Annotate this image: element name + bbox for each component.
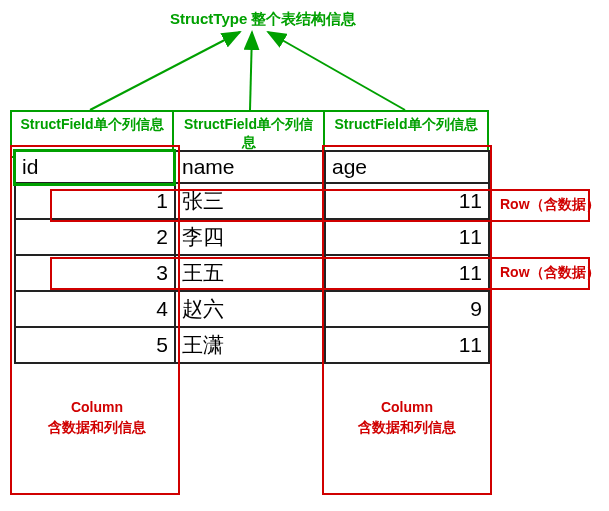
header-id: id: [15, 151, 175, 183]
cell-age: 11: [325, 327, 489, 363]
structtype-label: StructType 整个表结构信息: [170, 10, 356, 29]
column-label-sub: 含数据和列信息: [358, 419, 456, 435]
table-row: 2 李四 11: [15, 219, 489, 255]
table-area: id name age 1 张三 11 2 李四 11 3 王五: [14, 150, 488, 364]
cell-name: 赵六: [175, 291, 325, 327]
data-table: id name age 1 张三 11 2 李四 11 3 王五: [14, 150, 490, 364]
table-row: 5 王潇 11: [15, 327, 489, 363]
cell-age: 11: [325, 183, 489, 219]
cell-id: 5: [15, 327, 175, 363]
column-label-sub: 含数据和列信息: [48, 419, 146, 435]
header-age: age: [325, 151, 489, 183]
cell-name: 王潇: [175, 327, 325, 363]
header-name: name: [175, 151, 325, 183]
cell-name: 王五: [175, 255, 325, 291]
table-row: 3 王五 11: [15, 255, 489, 291]
cell-id: 2: [15, 219, 175, 255]
svg-line-2: [250, 32, 252, 110]
row-label-3: Row（含数据）: [500, 264, 600, 282]
cell-age: 11: [325, 219, 489, 255]
column-label-id: Column 含数据和列信息: [42, 398, 152, 437]
column-label-age: Column 含数据和列信息: [352, 398, 462, 437]
column-label-title: Column: [381, 399, 433, 415]
svg-line-3: [268, 32, 405, 110]
cell-id: 3: [15, 255, 175, 291]
cell-name: 李四: [175, 219, 325, 255]
cell-id: 1: [15, 183, 175, 219]
header-row: id name age: [15, 151, 489, 183]
column-label-title: Column: [71, 399, 123, 415]
row-label-1: Row（含数据）: [500, 196, 600, 214]
cell-name: 张三: [175, 183, 325, 219]
cell-age: 11: [325, 255, 489, 291]
cell-id: 4: [15, 291, 175, 327]
cell-age: 9: [325, 291, 489, 327]
svg-line-1: [90, 32, 240, 110]
table-row: 1 张三 11: [15, 183, 489, 219]
table-row: 4 赵六 9: [15, 291, 489, 327]
